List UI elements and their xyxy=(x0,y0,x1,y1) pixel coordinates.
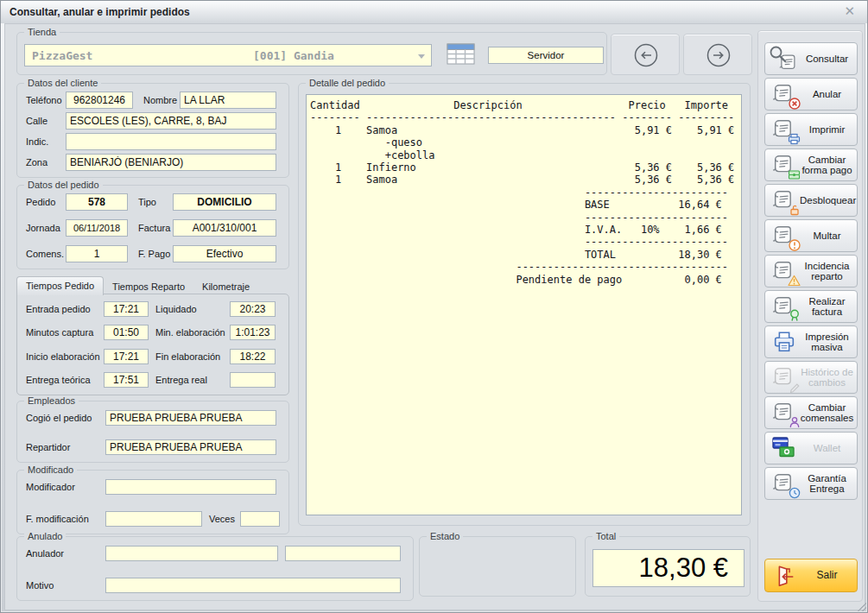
telefono-label: Teléfono xyxy=(26,95,66,105)
entrada-pedido-label: Entrada pedido xyxy=(26,304,104,314)
inicio-elaboracion-label: Inicio elaboración xyxy=(26,351,104,362)
liquidado-field[interactable] xyxy=(230,301,276,317)
inicio-elaboracion-field[interactable] xyxy=(104,349,149,364)
indic-field[interactable] xyxy=(66,133,276,150)
scroll-clock-icon xyxy=(769,470,800,497)
table-grid-icon xyxy=(446,42,477,66)
wallet-button: Wallet xyxy=(764,432,858,464)
servidor-field[interactable] xyxy=(488,47,604,64)
tipo-label: Tipo xyxy=(138,197,173,207)
total-group: Total 18,30 € xyxy=(585,536,751,597)
veces-field[interactable] xyxy=(240,511,280,527)
fin-elaboracion-field[interactable] xyxy=(230,349,276,364)
entrega-teorica-label: Entrega teórica xyxy=(26,375,104,385)
liquidado-label: Liquidado xyxy=(155,304,230,314)
desbloquear-button[interactable]: Desbloquear xyxy=(764,184,858,217)
cliente-group-label: Datos del cliente xyxy=(24,78,101,89)
scroll-exclamation-icon xyxy=(769,222,800,250)
fpago-field[interactable] xyxy=(173,245,276,262)
tab-tiempos-pedido[interactable]: Tiempos Pedido xyxy=(16,276,104,295)
anulado-group: Anulado Anulador Motivo xyxy=(16,536,414,601)
f-modificacion-field[interactable] xyxy=(105,511,202,527)
repartidor-label: Repartidor xyxy=(26,442,105,452)
nombre-field[interactable] xyxy=(180,92,276,109)
store-name: PizzaGest xyxy=(32,49,92,62)
calle-field[interactable] xyxy=(66,112,276,130)
detalle-group: Detalle del pedido Cantidad Descripción … xyxy=(298,83,751,526)
entrega-real-label: Entrega real xyxy=(155,375,230,385)
cambiar-forma-pago-button[interactable]: Cambiar forma pago xyxy=(764,149,858,181)
cogio-pedido-field[interactable] xyxy=(105,410,276,426)
modificado-group-label: Modificado xyxy=(24,464,77,476)
arrow-left-icon xyxy=(631,41,661,70)
anulador-field[interactable] xyxy=(105,546,278,561)
tienda-group: Tienda PizzaGest [001] Gandia xyxy=(16,32,607,75)
entrega-real-field[interactable] xyxy=(230,372,276,388)
resize-grip[interactable] xyxy=(858,603,866,611)
motivo-label: Motivo xyxy=(26,580,105,591)
modificador-field[interactable] xyxy=(105,479,276,495)
realizar-factura-button[interactable]: Realizar factura xyxy=(764,290,858,323)
factura-label: Factura xyxy=(138,223,173,233)
anulador-fecha-field[interactable] xyxy=(285,546,401,561)
comens-field[interactable] xyxy=(66,245,128,262)
scroll-warning-icon xyxy=(769,257,800,285)
chevron-down-icon xyxy=(418,54,425,59)
store-combobox[interactable]: PizzaGest [001] Gandia xyxy=(24,44,432,66)
fpago-label: F. Pago xyxy=(138,249,173,259)
scroll-printer-icon xyxy=(769,116,800,143)
minutos-captura-label: Minutos captura xyxy=(26,327,104,338)
next-order-button[interactable] xyxy=(704,41,733,73)
total-value: 18,30 € xyxy=(592,549,744,587)
pedido-group-label: Datos del pedido xyxy=(24,180,103,191)
tipo-field[interactable] xyxy=(173,193,276,211)
consultar-button[interactable]: Consultar xyxy=(764,42,858,75)
tab-tiempos-reparto[interactable]: Tiempos Reparto xyxy=(104,278,193,294)
impresion-masiva-button[interactable]: Impresión masiva xyxy=(764,325,858,358)
indic-label: Indic. xyxy=(26,136,66,147)
comens-label: Comens. xyxy=(26,249,66,259)
grid-view-button[interactable] xyxy=(446,42,477,70)
tienda-group-label: Tienda xyxy=(24,27,60,38)
nombre-label: Nombre xyxy=(143,95,180,105)
telefono-field[interactable] xyxy=(66,92,133,109)
scroll-unlock-icon xyxy=(769,186,800,214)
zona-field[interactable] xyxy=(66,154,276,171)
prev-order-button[interactable] xyxy=(631,41,661,73)
entrada-pedido-field[interactable] xyxy=(104,301,149,317)
jornada-field[interactable] xyxy=(66,219,128,237)
wallet-icon xyxy=(769,434,800,462)
repartidor-field[interactable] xyxy=(105,439,276,455)
sidebar-panel: Consultar Anular xyxy=(757,30,863,602)
cambiar-comensales-button[interactable]: Cambiar comensales xyxy=(764,396,858,429)
salir-button[interactable]: Salir xyxy=(764,559,858,592)
empleados-group-label: Empleados xyxy=(24,395,79,407)
min-elaboracion-field[interactable] xyxy=(230,325,276,340)
garantia-entrega-button[interactable]: Garantía Entrega xyxy=(764,467,858,500)
imprimir-button[interactable]: Imprimir xyxy=(764,113,858,146)
tab-kilometraje[interactable]: Kilometraje xyxy=(193,278,258,294)
exit-door-icon xyxy=(769,562,800,590)
scroll-rosette-icon xyxy=(769,293,800,320)
store-branch: [001] Gandia xyxy=(253,49,334,62)
total-group-label: Total xyxy=(592,531,619,542)
zona-label: Zona xyxy=(26,157,66,167)
modificado-group: Modificado Modificador F. modificación V… xyxy=(16,470,289,534)
multar-button[interactable]: Multar xyxy=(764,219,858,252)
veces-label: Veces xyxy=(209,514,240,524)
anulador-label: Anulador xyxy=(26,548,105,559)
modificador-label: Modificador xyxy=(26,482,105,492)
min-elaboracion-label: Min. elaboración xyxy=(155,327,230,338)
factura-field[interactable] xyxy=(173,219,276,237)
order-detail-text[interactable]: Cantidad Descripción Precio Importe ----… xyxy=(306,94,742,515)
empleados-group: Empleados Cogió el pedido Repartidor xyxy=(16,401,289,463)
scroll-money-icon xyxy=(769,151,800,179)
motivo-field[interactable] xyxy=(105,578,401,593)
tiempos-tab-panel: Entrada pedido Liquidado Minutos captura… xyxy=(16,294,289,395)
entrega-teorica-field[interactable] xyxy=(104,372,149,388)
pedido-field[interactable] xyxy=(66,193,128,211)
minutos-captura-field[interactable] xyxy=(104,325,149,340)
anular-button[interactable]: Anular xyxy=(764,78,858,111)
magnifier-scroll-icon xyxy=(769,45,800,73)
incidencia-reparto-button[interactable]: Incidencia reparto xyxy=(764,255,858,288)
